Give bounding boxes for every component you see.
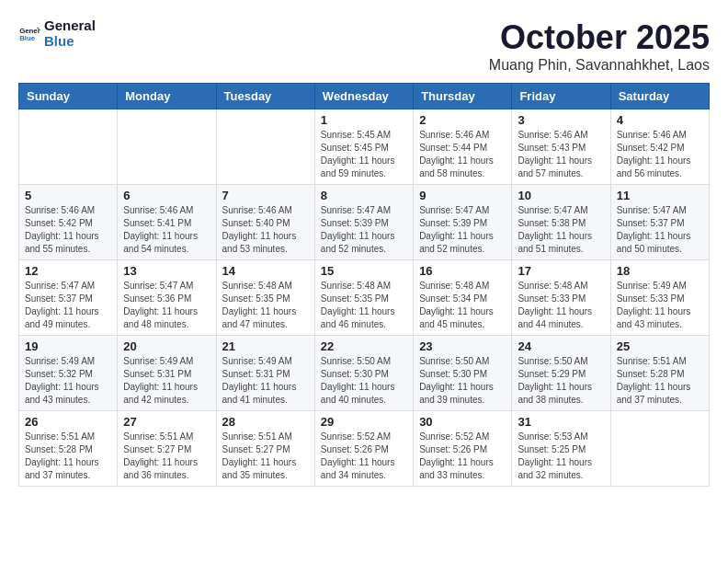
- location-title: Muang Phin, Savannahkhet, Laos: [489, 57, 710, 74]
- day-info: Sunrise: 5:52 AM Sunset: 5:26 PM Dayligh…: [419, 431, 506, 482]
- day-number: 14: [222, 264, 309, 278]
- calendar-cell: 5Sunrise: 5:46 AM Sunset: 5:42 PM Daylig…: [19, 185, 118, 260]
- day-number: 25: [617, 339, 703, 353]
- calendar-cell: [118, 109, 216, 185]
- calendar-cell: 22Sunrise: 5:50 AM Sunset: 5:30 PM Dayli…: [314, 336, 413, 411]
- day-info: Sunrise: 5:46 AM Sunset: 5:42 PM Dayligh…: [617, 129, 703, 180]
- day-number: 12: [25, 264, 111, 278]
- day-info: Sunrise: 5:47 AM Sunset: 5:38 PM Dayligh…: [518, 204, 604, 256]
- day-number: 19: [25, 339, 111, 353]
- day-number: 20: [123, 339, 210, 353]
- day-number: 29: [321, 415, 407, 429]
- day-info: Sunrise: 5:49 AM Sunset: 5:33 PM Dayligh…: [617, 280, 703, 331]
- calendar-cell: 15Sunrise: 5:48 AM Sunset: 5:35 PM Dayli…: [314, 260, 413, 336]
- calendar-cell: 19Sunrise: 5:49 AM Sunset: 5:32 PM Dayli…: [19, 336, 118, 411]
- calendar-cell: 11Sunrise: 5:47 AM Sunset: 5:37 PM Dayli…: [610, 185, 709, 260]
- day-info: Sunrise: 5:51 AM Sunset: 5:28 PM Dayligh…: [617, 355, 703, 407]
- day-number: 26: [25, 415, 111, 429]
- calendar-cell: 18Sunrise: 5:49 AM Sunset: 5:33 PM Dayli…: [610, 260, 709, 336]
- calendar-cell: 12Sunrise: 5:47 AM Sunset: 5:37 PM Dayli…: [19, 260, 118, 336]
- day-number: 30: [419, 415, 506, 429]
- day-info: Sunrise: 5:49 AM Sunset: 5:31 PM Dayligh…: [123, 355, 210, 407]
- calendar-cell: 30Sunrise: 5:52 AM Sunset: 5:26 PM Dayli…: [414, 411, 512, 487]
- day-number: 15: [321, 264, 407, 278]
- day-info: Sunrise: 5:47 AM Sunset: 5:39 PM Dayligh…: [321, 204, 407, 256]
- calendar: SundayMondayTuesdayWednesdayThursdayFrid…: [18, 83, 710, 487]
- calendar-cell: 1Sunrise: 5:45 AM Sunset: 5:45 PM Daylig…: [314, 109, 413, 185]
- calendar-cell: 26Sunrise: 5:51 AM Sunset: 5:28 PM Dayli…: [19, 411, 118, 487]
- calendar-cell: 31Sunrise: 5:53 AM Sunset: 5:25 PM Dayli…: [512, 411, 610, 487]
- day-number: 21: [222, 339, 309, 353]
- day-info: Sunrise: 5:48 AM Sunset: 5:35 PM Dayligh…: [321, 280, 407, 331]
- calendar-header-sunday: Sunday: [19, 84, 118, 109]
- calendar-week-1: 1Sunrise: 5:45 AM Sunset: 5:45 PM Daylig…: [19, 109, 710, 185]
- day-info: Sunrise: 5:46 AM Sunset: 5:40 PM Dayligh…: [222, 204, 309, 256]
- day-number: 9: [419, 189, 506, 202]
- day-number: 28: [222, 415, 309, 429]
- day-info: Sunrise: 5:46 AM Sunset: 5:43 PM Dayligh…: [518, 129, 604, 180]
- logo-text-general: General: [44, 18, 96, 34]
- day-number: 31: [518, 415, 604, 429]
- calendar-cell: 10Sunrise: 5:47 AM Sunset: 5:38 PM Dayli…: [512, 185, 610, 260]
- day-info: Sunrise: 5:46 AM Sunset: 5:44 PM Dayligh…: [419, 129, 506, 180]
- day-info: Sunrise: 5:46 AM Sunset: 5:42 PM Dayligh…: [25, 204, 111, 256]
- day-info: Sunrise: 5:52 AM Sunset: 5:26 PM Dayligh…: [321, 431, 407, 482]
- calendar-cell: 14Sunrise: 5:48 AM Sunset: 5:35 PM Dayli…: [216, 260, 314, 336]
- calendar-cell: 3Sunrise: 5:46 AM Sunset: 5:43 PM Daylig…: [512, 109, 610, 185]
- calendar-cell: [19, 109, 118, 185]
- calendar-cell: 21Sunrise: 5:49 AM Sunset: 5:31 PM Dayli…: [216, 336, 314, 411]
- calendar-cell: [216, 109, 314, 185]
- calendar-cell: 17Sunrise: 5:48 AM Sunset: 5:33 PM Dayli…: [512, 260, 610, 336]
- day-info: Sunrise: 5:51 AM Sunset: 5:27 PM Dayligh…: [222, 431, 309, 482]
- day-info: Sunrise: 5:51 AM Sunset: 5:27 PM Dayligh…: [123, 431, 210, 482]
- calendar-header-wednesday: Wednesday: [314, 84, 413, 109]
- day-number: 24: [518, 339, 604, 353]
- day-info: Sunrise: 5:48 AM Sunset: 5:34 PM Dayligh…: [419, 280, 506, 331]
- day-number: 27: [123, 415, 210, 429]
- calendar-cell: 16Sunrise: 5:48 AM Sunset: 5:34 PM Dayli…: [414, 260, 512, 336]
- day-number: 5: [25, 189, 111, 202]
- calendar-header-row: SundayMondayTuesdayWednesdayThursdayFrid…: [19, 84, 710, 109]
- calendar-week-4: 19Sunrise: 5:49 AM Sunset: 5:32 PM Dayli…: [19, 336, 710, 411]
- calendar-cell: 20Sunrise: 5:49 AM Sunset: 5:31 PM Dayli…: [118, 336, 216, 411]
- day-info: Sunrise: 5:50 AM Sunset: 5:30 PM Dayligh…: [419, 355, 506, 407]
- day-info: Sunrise: 5:48 AM Sunset: 5:35 PM Dayligh…: [222, 280, 309, 331]
- calendar-cell: [610, 411, 709, 487]
- calendar-week-2: 5Sunrise: 5:46 AM Sunset: 5:42 PM Daylig…: [19, 185, 710, 260]
- calendar-header-monday: Monday: [118, 84, 216, 109]
- svg-text:Blue: Blue: [19, 34, 36, 42]
- month-title: October 2025: [489, 18, 710, 57]
- day-info: Sunrise: 5:50 AM Sunset: 5:30 PM Dayligh…: [321, 355, 407, 407]
- calendar-cell: 8Sunrise: 5:47 AM Sunset: 5:39 PM Daylig…: [314, 185, 413, 260]
- header: General Blue General Blue October 2025 M…: [18, 18, 710, 74]
- day-number: 22: [321, 339, 407, 353]
- day-info: Sunrise: 5:49 AM Sunset: 5:32 PM Dayligh…: [25, 355, 111, 407]
- day-number: 6: [123, 189, 210, 202]
- calendar-cell: 29Sunrise: 5:52 AM Sunset: 5:26 PM Dayli…: [314, 411, 413, 487]
- calendar-cell: 28Sunrise: 5:51 AM Sunset: 5:27 PM Dayli…: [216, 411, 314, 487]
- day-info: Sunrise: 5:51 AM Sunset: 5:28 PM Dayligh…: [25, 431, 111, 482]
- day-info: Sunrise: 5:47 AM Sunset: 5:36 PM Dayligh…: [123, 280, 210, 331]
- day-info: Sunrise: 5:50 AM Sunset: 5:29 PM Dayligh…: [518, 355, 604, 407]
- calendar-cell: 7Sunrise: 5:46 AM Sunset: 5:40 PM Daylig…: [216, 185, 314, 260]
- calendar-cell: 24Sunrise: 5:50 AM Sunset: 5:29 PM Dayli…: [512, 336, 610, 411]
- day-info: Sunrise: 5:47 AM Sunset: 5:37 PM Dayligh…: [25, 280, 111, 331]
- calendar-week-3: 12Sunrise: 5:47 AM Sunset: 5:37 PM Dayli…: [19, 260, 710, 336]
- calendar-header-friday: Friday: [512, 84, 610, 109]
- calendar-cell: 2Sunrise: 5:46 AM Sunset: 5:44 PM Daylig…: [414, 109, 512, 185]
- day-info: Sunrise: 5:48 AM Sunset: 5:33 PM Dayligh…: [518, 280, 604, 331]
- calendar-cell: 13Sunrise: 5:47 AM Sunset: 5:36 PM Dayli…: [118, 260, 216, 336]
- day-info: Sunrise: 5:47 AM Sunset: 5:39 PM Dayligh…: [419, 204, 506, 256]
- day-number: 1: [321, 113, 407, 127]
- calendar-week-5: 26Sunrise: 5:51 AM Sunset: 5:28 PM Dayli…: [19, 411, 710, 487]
- day-info: Sunrise: 5:45 AM Sunset: 5:45 PM Dayligh…: [321, 129, 407, 180]
- day-number: 2: [419, 113, 506, 127]
- day-number: 7: [222, 189, 309, 202]
- calendar-header-thursday: Thursday: [414, 84, 512, 109]
- calendar-cell: 25Sunrise: 5:51 AM Sunset: 5:28 PM Dayli…: [610, 336, 709, 411]
- calendar-cell: 9Sunrise: 5:47 AM Sunset: 5:39 PM Daylig…: [414, 185, 512, 260]
- day-info: Sunrise: 5:46 AM Sunset: 5:41 PM Dayligh…: [123, 204, 210, 256]
- calendar-cell: 27Sunrise: 5:51 AM Sunset: 5:27 PM Dayli…: [118, 411, 216, 487]
- logo-icon: General Blue: [18, 23, 40, 45]
- day-info: Sunrise: 5:47 AM Sunset: 5:37 PM Dayligh…: [617, 204, 703, 256]
